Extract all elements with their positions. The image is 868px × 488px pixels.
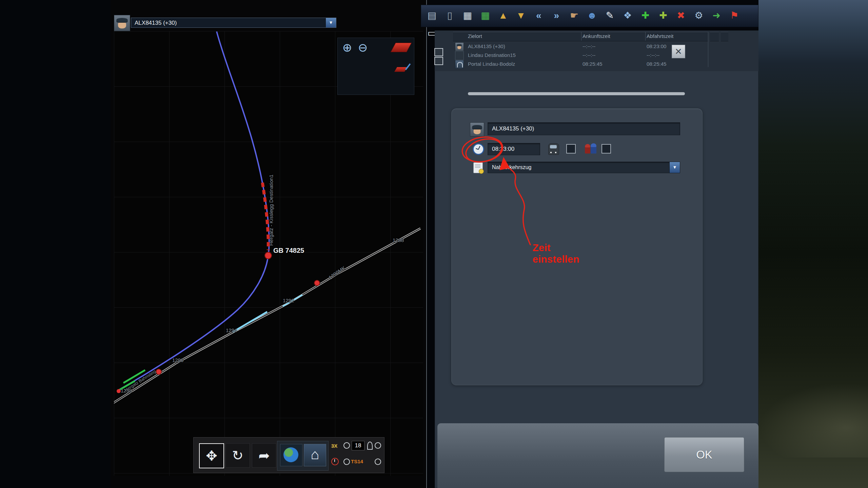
dock-handle[interactable] [434, 57, 443, 65]
passengers-icon[interactable]: ☻ [585, 8, 599, 23]
portal [455, 60, 464, 69]
timetable-header-cell [710, 32, 719, 41]
remove-service-icon[interactable]: ✖ [674, 8, 688, 23]
map-label: 1294 [226, 327, 237, 333]
driver-avatar [114, 15, 130, 31]
gradient-tool-icon[interactable] [391, 43, 412, 52]
route-code-label: TS14 [351, 459, 363, 464]
pan-button[interactable]: ✥ [199, 443, 224, 468]
height-value[interactable]: 18 [352, 441, 364, 450]
passengers-icon [584, 143, 597, 154]
row-arrival: 08:25:45 [583, 61, 602, 67]
hud-indicator-icon[interactable] [343, 459, 350, 465]
annotation-text: Zeit einstellen [533, 242, 579, 265]
add-path-icon[interactable]: ✚ [656, 8, 670, 23]
column-destination: Zielort [468, 33, 482, 39]
marker-tool-icon[interactable] [395, 63, 409, 73]
clock-icon [473, 143, 484, 155]
route-map-panel: ALX84135 (+30) ▼ [111, 0, 427, 488]
hud-indicator-icon[interactable] [375, 459, 381, 465]
view-mode-group: ⌂ [277, 441, 329, 471]
zoom-out-icon[interactable]: ⊖ [356, 41, 370, 54]
add-service-icon[interactable]: ✚ [638, 8, 652, 23]
locomotive-icon [548, 143, 559, 155]
map-label: Hergatz - Kisslegg Destination1 [268, 175, 274, 246]
service-name-field[interactable]: ALX84135 (+30) [488, 122, 680, 135]
row-arrival: --:--:-- [583, 52, 595, 58]
timetable-row[interactable]: ALX84135 (+30) --:--:-- 08:23:00 [435, 42, 709, 51]
driver-avatar [470, 122, 484, 137]
axis-indicator: 3X [331, 443, 337, 449]
timetable-row[interactable]: Lindau Destination15 --:--:-- --:--:-- [435, 51, 709, 60]
hud-indicator-icon[interactable] [343, 442, 350, 449]
grid-snap-icon[interactable]: ▦ [478, 8, 492, 23]
grid-icon[interactable]: ▦ [460, 8, 475, 23]
map-tools-box: ⊕ ⊖ [337, 38, 414, 95]
windows-icon[interactable]: ❖ [620, 8, 635, 23]
properties-icon[interactable]: ⚙ [692, 8, 706, 23]
shift-left-icon[interactable]: « [532, 8, 546, 23]
passengers-checkbox[interactable] [601, 144, 611, 154]
rotate-button[interactable]: ↻ [225, 443, 250, 468]
row-departure: 08:25:45 [647, 61, 666, 67]
scenery-backdrop [758, 0, 868, 488]
row-departure: 08:23:00 [647, 43, 666, 49]
column-departure: Abfahrtszeit [647, 33, 673, 39]
row-arrival: --:--:-- [583, 43, 595, 49]
hud-indicator-icon[interactable] [375, 442, 381, 449]
editor-toolbar: ▤ ▯ ▦ ▦ ▲ ▼ « » ☛ ☻ ✎ ❖ [421, 5, 758, 27]
departure-time-field[interactable]: 08:23:00 [488, 143, 540, 155]
world-view-button[interactable] [280, 444, 302, 466]
shift-right-icon[interactable]: » [549, 8, 564, 23]
raise-icon[interactable]: ▲ [496, 8, 510, 23]
row-destination: Portal Lindau-Bodolz [468, 61, 515, 67]
express-checkbox[interactable] [566, 144, 576, 154]
map-label: GB 74825 [273, 247, 304, 255]
report-icon[interactable]: ✎ [603, 8, 617, 23]
map-canvas[interactable] [114, 31, 423, 476]
driver [455, 42, 464, 51]
chevron-down-icon[interactable]: ▼ [669, 162, 680, 173]
map-drawing [114, 31, 423, 476]
row-destination: ALX84135 (+30) [468, 43, 505, 49]
map-hud: 3X 18 TS14 [331, 440, 382, 470]
ok-button[interactable]: OK [664, 437, 744, 472]
save-icon[interactable]: ▤ [425, 8, 439, 23]
timetable-dialog: Zielort Ankunftszeit Abfahrtszeit ALX841… [435, 30, 758, 488]
service-selector-value: ALX84135 (+30) [135, 20, 177, 26]
row-departure: --:--:-- [647, 52, 659, 58]
map-label: 1292 [283, 298, 294, 303]
home-view-button[interactable]: ⌂ [304, 444, 326, 466]
column-arrival: Ankunftszeit [583, 33, 610, 39]
service-type-icon [473, 162, 483, 173]
timetable-list: Zielort Ankunftszeit Abfahrtszeit ALX841… [435, 30, 758, 71]
timetable-row[interactable]: Portal Lindau-Bodolz 08:25:45 08:25:45 [435, 60, 709, 68]
chevron-down-icon[interactable]: ▼ [326, 18, 336, 27]
gauge-icon [367, 442, 373, 450]
train-type-value: Nahverkehrszug [492, 164, 532, 170]
divider-bar[interactable] [468, 92, 685, 95]
map-nav-toolbar: ✥ ↻ ➦ ⌂ 3X 18 TS14 [193, 437, 384, 473]
map-label: 1296 [172, 357, 183, 363]
hand-tool-icon[interactable]: ☛ [567, 8, 581, 23]
service-selector-dropdown[interactable]: ALX84135 (+30) ▼ [131, 18, 336, 28]
exit-icon[interactable]: ➜ [709, 8, 724, 23]
jump-to-button[interactable]: ➦ [252, 443, 276, 468]
destination [455, 51, 464, 60]
map-label: 1288 [393, 237, 404, 243]
timetable-rows: ALX84135 (+30) --:--:-- 08:23:00 Lindau … [435, 42, 709, 68]
flag-icon[interactable]: ⚑ [727, 8, 742, 23]
row-destination: Lindau Destination15 [468, 52, 516, 58]
compass-dial-icon [331, 458, 339, 465]
train-type-dropdown[interactable]: Nahverkehrszug ▼ [488, 162, 680, 173]
timetable-header-cell [721, 32, 728, 41]
lower-icon[interactable]: ▼ [514, 8, 528, 23]
dock-handle[interactable] [434, 48, 443, 56]
zoom-in-icon[interactable]: ⊕ [340, 41, 354, 54]
delete-icon[interactable]: ▯ [442, 8, 457, 23]
close-button[interactable]: ✕ [672, 45, 685, 58]
